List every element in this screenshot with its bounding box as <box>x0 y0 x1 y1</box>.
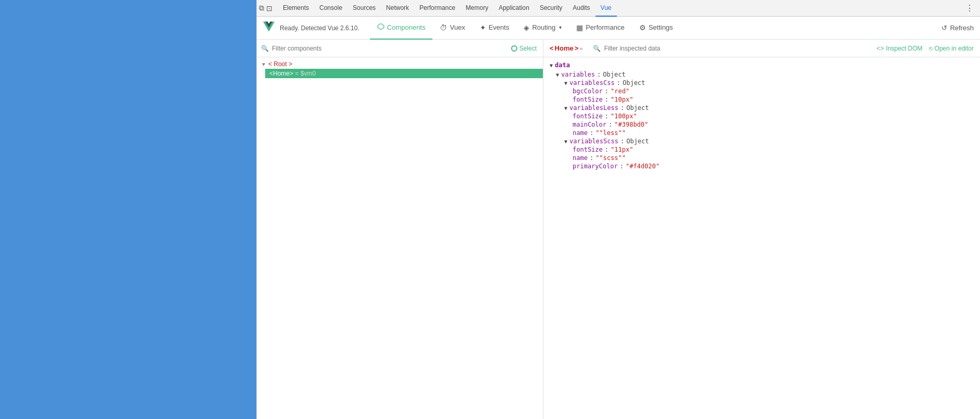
filter-components-input[interactable] <box>272 45 509 52</box>
breadcrumb-home: Home <box>555 44 574 52</box>
variablesscss-header[interactable]: ▼ variablesScss : Object <box>564 138 974 145</box>
tab-memory[interactable]: Memory <box>461 0 493 17</box>
variablesless-header[interactable]: ▼ variablesLess : Object <box>564 104 974 112</box>
inspect-dom-button[interactable]: <> Inspect DOM <box>877 45 923 52</box>
variablescss-colon: : <box>617 79 621 87</box>
variables-key: variables <box>561 71 595 78</box>
fontsize-css-key: fontSize <box>573 96 603 103</box>
vuex-icon: ⏱ <box>440 23 447 32</box>
variablescss-arrow: ▼ <box>564 80 567 86</box>
inspect-dom-label: Inspect DOM <box>886 45 923 52</box>
fontsize-less-row: fontSize : "100px" <box>573 113 974 120</box>
root-expand-arrow: ▼ <box>261 61 266 67</box>
breadcrumb-component-name: < <box>550 44 554 52</box>
nav-components-label: Components <box>387 23 426 31</box>
component-tree-list: ▼ < Root > <Home> = $vm0 <box>257 57 543 419</box>
fontsize-css-row: fontSize : "10px" <box>573 96 974 103</box>
data-section-arrow: ▼ <box>550 63 553 68</box>
variablesscss-group: fontSize : "11px" name : ""scss"" <box>564 146 974 170</box>
component-tree-panel: 🔍 Select ▼ < Root > <Home> = $vm0 <box>257 40 543 419</box>
data-section-header[interactable]: ▼ data <box>550 61 974 69</box>
nav-settings-label: Settings <box>649 23 673 31</box>
inspect-dom-icon: <> <box>877 45 884 52</box>
maincolor-value: "#398bd0" <box>614 121 648 128</box>
filter-inspect-input[interactable] <box>604 45 682 52</box>
variablesless-key: variablesLess <box>569 104 618 112</box>
filter-inspect: 🔍 <box>593 45 682 52</box>
nav-performance[interactable]: ▦ Performance <box>569 17 631 40</box>
components-icon <box>377 23 384 32</box>
name-less-key: name <box>573 129 588 137</box>
svg-marker-0 <box>378 23 384 30</box>
variablesscss-arrow: ▼ <box>564 139 567 144</box>
filter-bar: 🔍 Select <box>257 40 543 57</box>
fontsize-scss-key: fontSize <box>573 146 603 153</box>
variables-type: Object <box>603 71 625 78</box>
nav-settings[interactable]: ⚙ Settings <box>632 17 680 40</box>
fontsize-less-value: "100px" <box>611 113 637 120</box>
tab-application[interactable]: Application <box>493 0 535 17</box>
refresh-label: Refresh <box>950 24 974 32</box>
component-data-panel: < Home > » 🔍 <> Inspect DOM <box>543 40 980 419</box>
variablesless-group: fontSize : "100px" mainColor : "#398bd0" <box>564 113 974 137</box>
tab-audits[interactable]: Audits <box>567 0 595 17</box>
nav-performance-label: Performance <box>586 23 624 31</box>
home-component-name: <Home> <box>269 70 293 77</box>
name-less-value: ""less"" <box>596 129 626 137</box>
fontsize-scss-value: "11px" <box>611 146 633 153</box>
select-label: Select <box>519 45 537 52</box>
data-section-label-text: data <box>555 61 570 69</box>
open-editor-button[interactable]: ⎋ Open in editor <box>929 45 974 52</box>
data-header-actions: <> Inspect DOM ⎋ Open in editor <box>877 45 974 52</box>
variables-header[interactable]: ▼ variables : Object <box>556 71 974 78</box>
open-editor-icon: ⎋ <box>929 45 933 52</box>
bgccolor-key: bgcColor <box>573 88 603 95</box>
nav-routing[interactable]: ◈ Routing ▾ <box>516 17 569 40</box>
open-editor-label: Open in editor <box>935 45 974 52</box>
tab-network[interactable]: Network <box>381 0 414 17</box>
name-scss-value: ""scss"" <box>596 154 626 162</box>
data-tree: ▼ variables : Object ▼ variablesCss : <box>550 71 974 170</box>
tab-console[interactable]: Console <box>314 0 348 17</box>
select-button[interactable]: Select <box>509 44 539 53</box>
tree-item-home[interactable]: <Home> = $vm0 <box>265 69 543 78</box>
nav-components[interactable]: Components <box>370 17 433 40</box>
variablescss-header[interactable]: ▼ variablesCss : Object <box>564 79 974 87</box>
name-less-row: name : ""less"" <box>573 129 974 137</box>
devtools-panel: ⧉ ⊡ Elements Console Sources Network Per… <box>256 0 980 419</box>
breadcrumb-arrow: » <box>579 45 582 52</box>
variablesless-type: Object <box>626 104 649 112</box>
tab-vue[interactable]: Vue <box>596 0 617 17</box>
name-scss-key: name <box>573 154 588 162</box>
maincolor-key: mainColor <box>573 121 606 128</box>
nav-events[interactable]: ✦ Events <box>473 17 517 40</box>
bgccolor-row: bgcColor : "red" <box>573 88 974 95</box>
variables-group: ▼ variablesCss : Object bgcColor : "red" <box>556 79 974 170</box>
nav-events-label: Events <box>489 23 510 31</box>
tab-security[interactable]: Security <box>535 0 567 17</box>
tab-sources[interactable]: Sources <box>348 0 381 17</box>
performance-icon: ▦ <box>576 23 583 32</box>
primarycolor-row: primaryColor : "#f4d020" <box>573 163 974 170</box>
variablescss-key: variablesCss <box>569 79 615 87</box>
nav-vuex[interactable]: ⏱ Vuex <box>432 17 472 40</box>
more-tabs-button[interactable]: ⋮ <box>961 3 978 13</box>
root-component-name: < Root > <box>268 60 292 68</box>
undock-icon[interactable]: ⊡ <box>266 4 272 13</box>
maincolor-row: mainColor : "#398bd0" <box>573 121 974 128</box>
component-breadcrumb: < Home > » <box>550 44 582 52</box>
variables-colon: : <box>597 71 601 78</box>
bgccolor-value: "red" <box>611 88 629 95</box>
dock-icon[interactable]: ⧉ <box>259 4 264 13</box>
tab-performance[interactable]: Performance <box>414 0 461 17</box>
components-area: 🔍 Select ▼ < Root > <Home> = $vm0 <box>257 40 980 419</box>
primarycolor-key: primaryColor <box>573 163 618 170</box>
filter-search-icon: 🔍 <box>261 45 269 52</box>
tab-elements[interactable]: Elements <box>278 0 314 17</box>
refresh-button[interactable]: ↺ Refresh <box>941 24 974 32</box>
fontsize-css-value: "10px" <box>611 96 633 103</box>
events-icon: ✦ <box>480 23 486 32</box>
fontsize-less-key: fontSize <box>573 113 603 120</box>
tree-item-root[interactable]: ▼ < Root > <box>257 59 543 69</box>
breadcrumb-close: > <box>575 44 579 52</box>
